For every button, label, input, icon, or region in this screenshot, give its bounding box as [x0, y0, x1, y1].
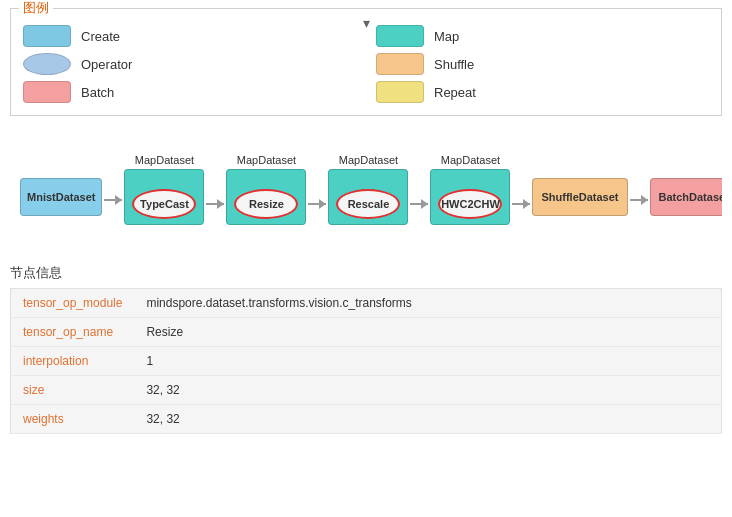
node-info-title: 节点信息: [10, 264, 722, 282]
legend-label-repeat: Repeat: [434, 85, 476, 100]
val-size: 32, 32: [134, 376, 721, 405]
table-row: size 32, 32: [11, 376, 722, 405]
key-weights: weights: [11, 405, 135, 434]
node-shuffle-box[interactable]: ShuffleDataset: [532, 178, 627, 216]
legend-item-repeat: Repeat: [376, 81, 709, 103]
val-tensor-op-name: Resize: [134, 318, 721, 347]
node-mnist[interactable]: MnistDataset: [20, 163, 102, 216]
key-interpolation: interpolation: [11, 347, 135, 376]
create-color-swatch: [23, 25, 71, 47]
arrow-4: [410, 203, 428, 205]
arrow-5: [512, 203, 530, 205]
legend-title: 图例: [19, 0, 53, 17]
node-map4-box[interactable]: HWC2CHW: [430, 169, 510, 225]
node-map1-box[interactable]: TypeCast: [124, 169, 204, 225]
node-map4[interactable]: MapDataset HWC2CHW: [430, 154, 510, 225]
node-map2-label: MapDataset: [237, 154, 296, 166]
key-tensor-op-module: tensor_op_module: [11, 289, 135, 318]
node-batch-label: [692, 163, 695, 175]
node-map2-box[interactable]: Resize: [226, 169, 306, 225]
node-map1-label: MapDataset: [135, 154, 194, 166]
node-info-table: tensor_op_module mindspore.dataset.trans…: [10, 288, 722, 434]
arrow-line-5: [512, 203, 530, 205]
legend-item-map: Map: [376, 25, 709, 47]
arrow-line-4: [410, 203, 428, 205]
node-map3[interactable]: MapDataset Rescale: [328, 154, 408, 225]
node-batch-box[interactable]: BatchDataset: [650, 178, 723, 216]
node-mnist-box[interactable]: MnistDataset: [20, 178, 102, 216]
map-color-swatch: [376, 25, 424, 47]
arrow-2: [206, 203, 224, 205]
arrow-line-2: [206, 203, 224, 205]
val-interpolation: 1: [134, 347, 721, 376]
node-map1[interactable]: MapDataset TypeCast: [124, 154, 204, 225]
legend-collapse-icon[interactable]: ▾: [363, 15, 370, 31]
legend-col-left: Create Operator Batch: [23, 25, 356, 103]
operator-hwc2chw[interactable]: HWC2CHW: [438, 189, 502, 219]
val-weights: 32, 32: [134, 405, 721, 434]
table-row: tensor_op_name Resize: [11, 318, 722, 347]
table-row: interpolation 1: [11, 347, 722, 376]
legend-section: 图例 ▾ Create Operator Batch Map: [10, 8, 722, 116]
arrow-line-6: [630, 199, 648, 201]
arrow-6: [630, 199, 648, 201]
legend-col-right: Map Shuffle Repeat: [376, 25, 709, 103]
legend-label-map: Map: [434, 29, 459, 44]
pipeline-section: MnistDataset MapDataset TypeCast MapData…: [10, 134, 722, 250]
table-row: tensor_op_module mindspore.dataset.trans…: [11, 289, 722, 318]
legend-label-operator: Operator: [81, 57, 132, 72]
node-shuffle[interactable]: ShuffleDataset: [532, 163, 627, 216]
arrow-3: [308, 203, 326, 205]
shuffle-color-swatch: [376, 53, 424, 75]
operator-typecast[interactable]: TypeCast: [132, 189, 196, 219]
repeat-color-swatch: [376, 81, 424, 103]
operator-resize[interactable]: Resize: [234, 189, 298, 219]
legend-label-batch: Batch: [81, 85, 114, 100]
node-map3-box[interactable]: Rescale: [328, 169, 408, 225]
val-tensor-op-module: mindspore.dataset.transforms.vision.c_tr…: [134, 289, 721, 318]
node-mnist-label: [60, 163, 63, 175]
legend-item-shuffle: Shuffle: [376, 53, 709, 75]
arrow-line-3: [308, 203, 326, 205]
table-row: weights 32, 32: [11, 405, 722, 434]
node-map3-label: MapDataset: [339, 154, 398, 166]
node-batch[interactable]: BatchDataset: [650, 163, 723, 216]
key-tensor-op-name: tensor_op_name: [11, 318, 135, 347]
legend-item-create: Create: [23, 25, 356, 47]
pipeline-flow: MnistDataset MapDataset TypeCast MapData…: [10, 144, 722, 235]
legend-item-batch: Batch: [23, 81, 356, 103]
legend-label-create: Create: [81, 29, 120, 44]
arrow-1: [104, 199, 122, 201]
operator-rescale[interactable]: Rescale: [336, 189, 400, 219]
node-map4-label: MapDataset: [441, 154, 500, 166]
legend-label-shuffle: Shuffle: [434, 57, 474, 72]
arrow-line-1: [104, 199, 122, 201]
node-map2[interactable]: MapDataset Resize: [226, 154, 306, 225]
node-info-section: 节点信息 tensor_op_module mindspore.dataset.…: [10, 264, 722, 434]
key-size: size: [11, 376, 135, 405]
legend-item-operator: Operator: [23, 53, 356, 75]
batch-color-swatch: [23, 81, 71, 103]
operator-color-swatch: [23, 53, 71, 75]
node-shuffle-label: [578, 163, 581, 175]
legend-grid: Create Operator Batch Map Shuffle: [23, 25, 709, 103]
